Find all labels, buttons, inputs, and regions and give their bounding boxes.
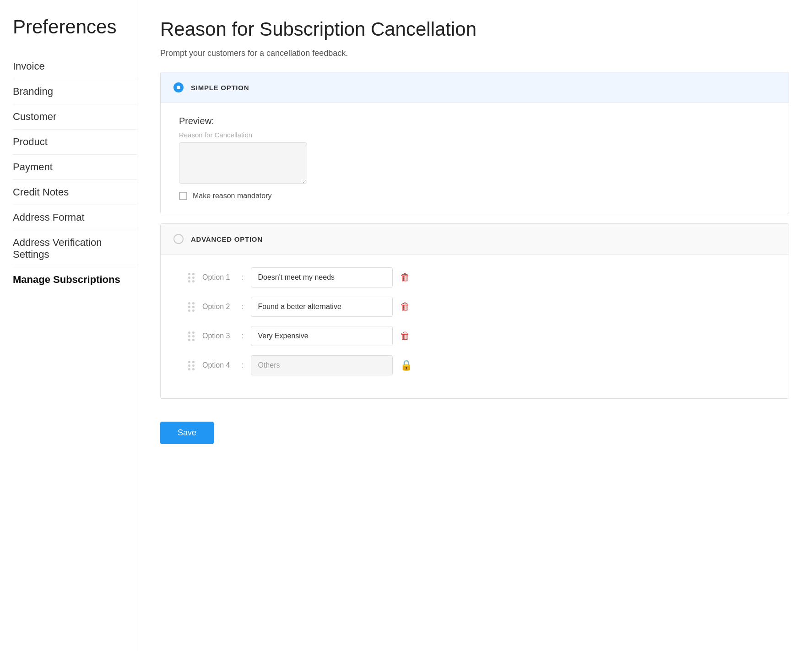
option-4-input — [251, 355, 393, 375]
page-subtitle: Prompt your customers for a cancellation… — [160, 49, 789, 58]
advanced-option-label: ADVANCED OPTION — [191, 235, 263, 243]
advanced-option-content: Option 1 : 🗑 Option 2 : 🗑 — [161, 254, 789, 398]
simple-option-header[interactable]: SIMPLE OPTION — [161, 72, 789, 103]
sidebar: Preferences Invoice Branding Customer Pr… — [0, 0, 137, 651]
preview-label: Preview: — [179, 116, 770, 126]
sidebar-nav: Invoice Branding Customer Product Paymen… — [13, 54, 137, 292]
advanced-option-section: ADVANCED OPTION Option 1 : 🗑 — [160, 223, 789, 399]
option-3-name: Option 3 — [202, 332, 234, 340]
delete-option-1-icon[interactable]: 🗑 — [400, 271, 410, 283]
drag-handle-4 — [188, 361, 195, 370]
mandatory-checkbox-row: Make reason mandatory — [179, 192, 770, 200]
sidebar-item-manage-subscriptions[interactable]: Manage Subscriptions — [13, 267, 137, 292]
sidebar-item-credit-notes[interactable]: Credit Notes — [13, 180, 137, 205]
sidebar-item-payment[interactable]: Payment — [13, 155, 137, 180]
sidebar-item-customer[interactable]: Customer — [13, 104, 137, 130]
advanced-option-radio[interactable] — [173, 234, 184, 244]
option-3-input[interactable] — [251, 326, 393, 346]
sidebar-item-address-format[interactable]: Address Format — [13, 205, 137, 230]
delete-option-2-icon[interactable]: 🗑 — [400, 301, 410, 313]
option-1-name: Option 1 — [202, 273, 234, 282]
page-title: Reason for Subscription Cancellation — [160, 18, 789, 40]
simple-option-section: SIMPLE OPTION Preview: Reason for Cancel… — [160, 72, 789, 214]
drag-handle-1[interactable] — [188, 273, 195, 282]
option-4-colon: : — [242, 361, 244, 369]
sidebar-item-product[interactable]: Product — [13, 130, 137, 155]
sidebar-title: Preferences — [13, 16, 137, 38]
delete-option-3-icon[interactable]: 🗑 — [400, 330, 410, 342]
option-4-name: Option 4 — [202, 361, 234, 369]
option-1-colon: : — [242, 273, 244, 282]
drag-handle-2[interactable] — [188, 302, 195, 312]
main-content: Reason for Subscription Cancellation Pro… — [137, 0, 812, 651]
mandatory-label: Make reason mandatory — [193, 192, 272, 200]
sidebar-item-branding[interactable]: Branding — [13, 79, 137, 104]
option-2-input[interactable] — [251, 297, 393, 317]
mandatory-checkbox[interactable] — [179, 192, 187, 200]
simple-option-radio[interactable] — [173, 82, 184, 92]
advanced-option-row-4: Option 4 : 🔒 — [188, 355, 770, 375]
advanced-option-row-1: Option 1 : 🗑 — [188, 267, 770, 288]
save-button[interactable]: Save — [160, 422, 214, 444]
lock-option-4-icon: 🔒 — [400, 359, 412, 371]
option-2-name: Option 2 — [202, 303, 234, 311]
reason-textarea[interactable] — [179, 142, 307, 184]
option-2-colon: : — [242, 303, 244, 311]
sidebar-item-address-verification[interactable]: Address Verification Settings — [13, 230, 137, 267]
simple-option-label: SIMPLE OPTION — [191, 84, 249, 92]
sidebar-item-invoice[interactable]: Invoice — [13, 54, 137, 79]
drag-handle-3[interactable] — [188, 331, 195, 341]
simple-option-content: Preview: Reason for Cancellation Make re… — [161, 103, 789, 214]
reason-for-cancellation-label: Reason for Cancellation — [179, 131, 770, 139]
advanced-option-header[interactable]: ADVANCED OPTION — [161, 224, 789, 254]
advanced-option-row-2: Option 2 : 🗑 — [188, 297, 770, 317]
option-3-colon: : — [242, 332, 244, 340]
advanced-option-row-3: Option 3 : 🗑 — [188, 326, 770, 346]
option-1-input[interactable] — [251, 267, 393, 288]
